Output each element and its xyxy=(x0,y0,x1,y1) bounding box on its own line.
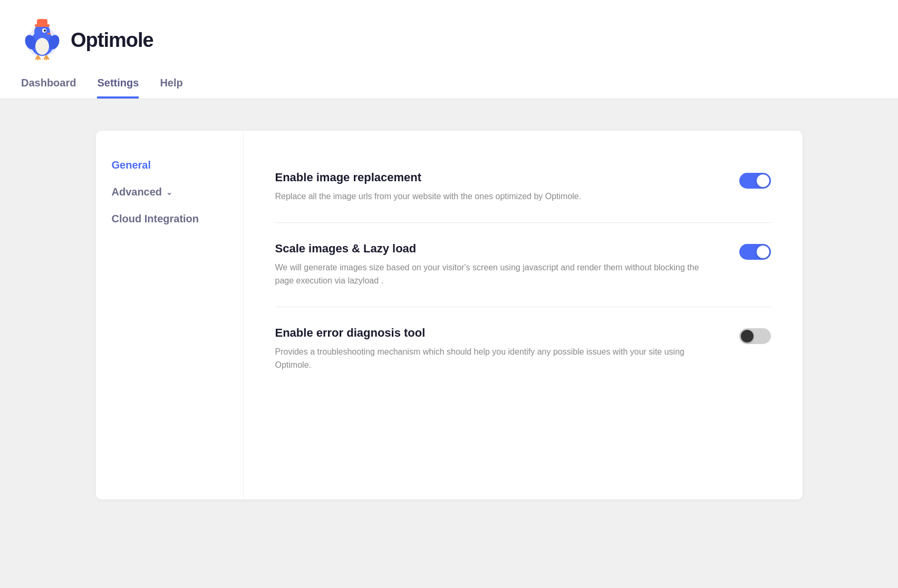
toggle-thumb-lazy-load xyxy=(757,246,769,258)
svg-rect-16 xyxy=(37,19,47,25)
tab-dashboard[interactable]: Dashboard xyxy=(21,77,76,99)
sidebar-item-cloud-integration[interactable]: Cloud Integration xyxy=(112,205,227,232)
sidebar-advanced-label: Advanced xyxy=(112,186,162,198)
sidebar-cloud-label: Cloud Integration xyxy=(112,213,199,225)
app-title: Optimole xyxy=(71,29,153,52)
sidebar: General Advanced ⌄ Cloud Integration xyxy=(96,131,244,499)
nav-tabs: Dashboard Settings Help xyxy=(21,77,877,99)
toggle-thumb-error-diagnosis xyxy=(741,330,754,342)
setting-title-error-diagnosis: Enable error diagnosis tool xyxy=(275,326,718,340)
setting-title-image-replacement: Enable image replacement xyxy=(275,171,718,184)
tab-help[interactable]: Help xyxy=(160,77,182,99)
setting-text-error-diagnosis: Enable error diagnosis tool Provides a t… xyxy=(275,326,718,372)
svg-point-6 xyxy=(44,30,46,32)
sidebar-item-advanced[interactable]: Advanced ⌄ xyxy=(112,179,227,205)
setting-desc-lazy-load: We will generate images size based on yo… xyxy=(275,261,708,288)
toggle-error-diagnosis[interactable] xyxy=(739,328,771,344)
setting-title-lazy-load: Scale images & Lazy load xyxy=(275,242,718,256)
setting-row-image-replacement: Enable image replacement Replace all the… xyxy=(275,152,771,223)
header: Optimole Dashboard Settings Help xyxy=(0,0,898,99)
sidebar-item-general[interactable]: General xyxy=(112,152,227,179)
setting-row-lazy-load: Scale images & Lazy load We will generat… xyxy=(275,223,771,307)
sidebar-general-label: General xyxy=(112,159,151,171)
toggle-thumb-image-replacement xyxy=(757,174,769,187)
tab-settings[interactable]: Settings xyxy=(97,77,139,99)
setting-desc-image-replacement: Replace all the image urls from your web… xyxy=(275,190,708,203)
optimole-logo-icon xyxy=(21,19,63,61)
setting-text-lazy-load: Scale images & Lazy load We will generat… xyxy=(275,242,718,288)
svg-point-8 xyxy=(35,38,49,55)
toggle-track-lazy-load xyxy=(739,244,771,260)
chevron-down-icon: ⌄ xyxy=(166,188,172,197)
toggle-lazy-load[interactable] xyxy=(739,244,771,260)
setting-text-image-replacement: Enable image replacement Replace all the… xyxy=(275,171,718,203)
logo-area: Optimole xyxy=(21,11,877,72)
toggle-track-image-replacement xyxy=(739,173,771,189)
toggle-track-error-diagnosis xyxy=(739,328,771,344)
main-content: General Advanced ⌄ Cloud Integration Ena… xyxy=(96,131,803,499)
toggle-image-replacement[interactable] xyxy=(739,173,771,189)
settings-panel: Enable image replacement Replace all the… xyxy=(244,131,803,499)
setting-row-error-diagnosis: Enable error diagnosis tool Provides a t… xyxy=(275,307,771,391)
setting-desc-error-diagnosis: Provides a troubleshooting mechanism whi… xyxy=(275,345,708,372)
